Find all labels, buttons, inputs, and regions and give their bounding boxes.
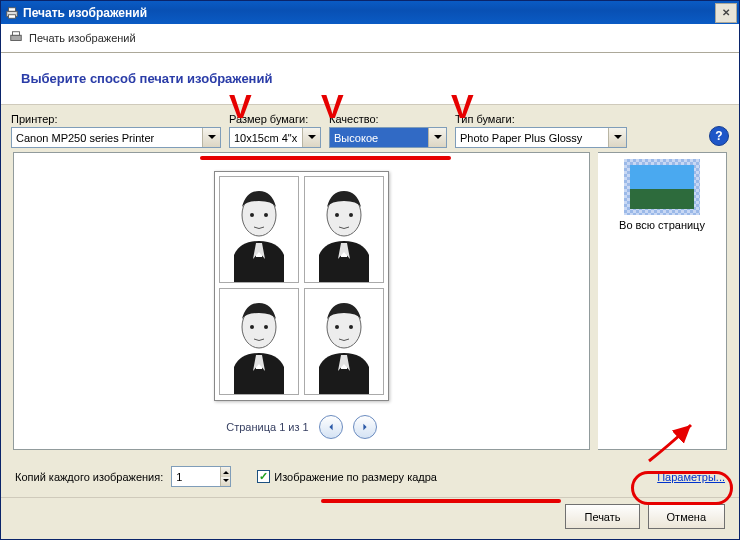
svg-point-7 <box>250 213 254 217</box>
quality-value: Высокое <box>334 132 378 144</box>
dialog-buttons: Печать Отмена <box>1 497 739 539</box>
svg-point-17 <box>250 325 254 329</box>
passport-photo <box>304 176 384 283</box>
passport-photo <box>219 176 299 283</box>
printer-icon <box>5 6 19 20</box>
copies-label: Копий каждого изображения: <box>15 471 163 483</box>
sub-header: Печать изображений <box>1 24 739 53</box>
fit-to-frame-label: Изображение по размеру кадра <box>274 471 437 483</box>
chevron-down-icon <box>428 128 446 147</box>
svg-point-12 <box>335 213 339 217</box>
layout-thumb-label: Во всю страницу <box>619 219 705 231</box>
chevron-down-icon <box>608 128 626 147</box>
paper-size-value: 10x15cm 4"x <box>234 132 297 144</box>
checkbox-icon: ✓ <box>257 470 270 483</box>
titlebar: Печать изображений ✕ <box>1 1 739 24</box>
sub-header-text: Печать изображений <box>29 32 136 44</box>
passport-photo <box>219 288 299 395</box>
chevron-down-icon <box>302 128 320 147</box>
print-options-row: V V V Принтер: Canon MP250 series Printe… <box>1 105 739 152</box>
svg-point-8 <box>264 213 268 217</box>
heading-area: Выберите способ печати изображений <box>1 53 739 105</box>
svg-point-13 <box>349 213 353 217</box>
paper-size-dropdown[interactable]: 10x15cm 4"x <box>229 127 321 148</box>
cancel-button[interactable]: Отмена <box>648 504 725 529</box>
printer-small-icon <box>9 30 23 46</box>
preview-row: Страница 1 из 1 Во всю страницу <box>1 152 739 456</box>
svg-rect-1 <box>9 7 16 11</box>
pager-label: Страница 1 из 1 <box>226 421 308 433</box>
quality-label: Качество: <box>329 113 447 125</box>
print-wizard-window: Печать изображений ✕ Печать изображений … <box>0 0 740 540</box>
chevron-down-icon <box>202 128 220 147</box>
annotation-underline-options <box>200 156 451 160</box>
quality-dropdown[interactable]: Высокое <box>329 127 447 148</box>
page-heading: Выберите способ печати изображений <box>21 71 272 86</box>
svg-point-23 <box>349 325 353 329</box>
svg-point-18 <box>264 325 268 329</box>
help-icon[interactable]: ? <box>709 126 729 146</box>
next-page-button[interactable] <box>353 415 377 439</box>
paper-type-dropdown[interactable]: Photo Paper Plus Glossy <box>455 127 627 148</box>
preview-pane: Страница 1 из 1 <box>13 152 590 450</box>
prev-page-button[interactable] <box>319 415 343 439</box>
layout-templates-pane: Во всю страницу <box>598 152 727 450</box>
window-title: Печать изображений <box>23 6 147 20</box>
layout-thumb-fullpage[interactable] <box>624 159 700 215</box>
printer-dropdown[interactable]: Canon MP250 series Printer <box>11 127 221 148</box>
svg-point-22 <box>335 325 339 329</box>
printer-label: Принтер: <box>11 113 221 125</box>
paper-type-value: Photo Paper Plus Glossy <box>460 132 582 144</box>
copies-input[interactable] <box>172 471 220 483</box>
svg-rect-2 <box>9 14 16 18</box>
copies-spinner[interactable] <box>220 467 230 486</box>
parameters-link[interactable]: Параметры... <box>657 471 725 483</box>
copies-stepper[interactable] <box>171 466 231 487</box>
spinner-up-icon[interactable] <box>221 467 230 477</box>
fit-to-frame-checkbox[interactable]: ✓ Изображение по размеру кадра <box>257 470 437 483</box>
printer-value: Canon MP250 series Printer <box>16 132 154 144</box>
svg-rect-3 <box>11 35 22 40</box>
close-button[interactable]: ✕ <box>715 3 737 23</box>
svg-rect-4 <box>13 32 20 36</box>
bottom-controls: Копий каждого изображения: ✓ Изображение… <box>1 456 739 497</box>
paper-type-label: Тип бумаги: <box>455 113 627 125</box>
passport-photo <box>304 288 384 395</box>
pager: Страница 1 из 1 <box>226 415 376 439</box>
spinner-down-icon[interactable] <box>221 477 230 487</box>
page-preview <box>214 171 389 401</box>
print-button[interactable]: Печать <box>565 504 639 529</box>
paper-size-label: Размер бумаги: <box>229 113 321 125</box>
